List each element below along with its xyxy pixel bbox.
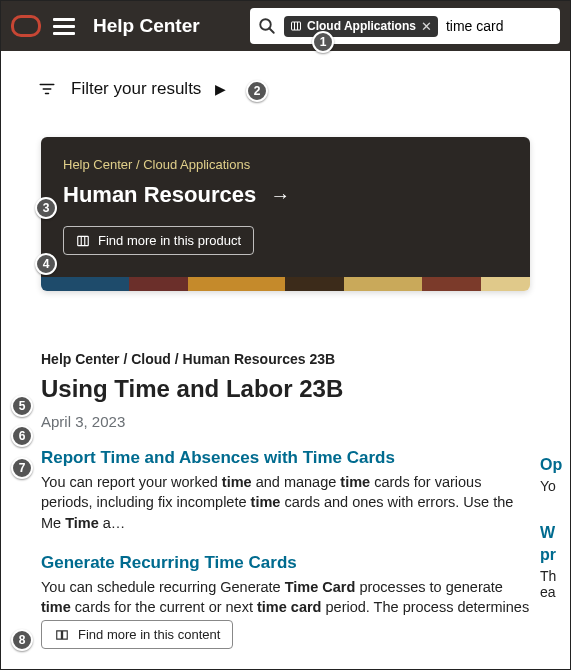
result-title[interactable]: Using Time and Labor 23B (41, 375, 530, 403)
side-hit-body: Yo (540, 478, 570, 494)
card-title: Human Resources (63, 182, 256, 208)
callout-badge: 2 (246, 80, 268, 102)
side-hit-title[interactable]: pr (540, 546, 570, 564)
find-more-content-label: Find more in this content (78, 627, 220, 642)
filter-label: Filter your results (71, 79, 201, 99)
callout-badge: 6 (11, 425, 33, 447)
filter-row[interactable]: Filter your results ▶ (1, 51, 570, 109)
arrow-right-icon: → (270, 184, 290, 207)
search-bar[interactable]: Cloud Applications ✕ (250, 8, 560, 44)
svg-line-1 (269, 28, 274, 33)
callout-badge: 7 (11, 457, 33, 479)
top-bar: Help Center Cloud Applications ✕ (1, 1, 570, 51)
chevron-right-icon: ▶ (215, 81, 226, 97)
side-hit-body: ea (540, 584, 570, 600)
callout-badge: 4 (35, 253, 57, 275)
menu-icon[interactable] (53, 18, 75, 35)
search-hit: Report Time and Absences with Time Cards… (41, 448, 530, 533)
side-hit-title[interactable]: W (540, 524, 570, 542)
hit-title-link[interactable]: Report Time and Absences with Time Cards (41, 448, 530, 468)
book-icon (54, 628, 70, 642)
card-breadcrumb: Help Center / Cloud Applications (63, 157, 508, 172)
callout-badge: 3 (35, 197, 57, 219)
card-title-row[interactable]: Human Resources → (63, 182, 508, 208)
search-icon[interactable] (258, 17, 276, 35)
result-breadcrumb: Help Center / Cloud / Human Resources 23… (41, 351, 530, 367)
hit-snippet: You can report your worked time and mana… (41, 472, 530, 533)
callout-badge: 5 (11, 395, 33, 417)
search-filter-chip[interactable]: Cloud Applications ✕ (284, 16, 438, 37)
svg-rect-8 (78, 236, 89, 245)
oracle-logo[interactable] (11, 15, 41, 37)
library-icon (76, 234, 90, 248)
side-hit-title[interactable]: Op (540, 456, 570, 474)
filter-icon (37, 80, 57, 98)
find-more-content-button[interactable]: Find more in this content (41, 620, 233, 649)
find-more-product-button[interactable]: Find more in this product (63, 226, 254, 255)
hit-title-link[interactable]: Generate Recurring Time Cards (41, 553, 530, 573)
close-icon[interactable]: ✕ (421, 19, 432, 34)
card-decorative-stripe (41, 277, 530, 291)
svg-rect-2 (292, 22, 301, 30)
results-section: Help Center / Cloud / Human Resources 23… (1, 291, 570, 638)
callout-badge: 8 (11, 629, 33, 651)
result-date: April 3, 2023 (41, 413, 530, 430)
callout-badge: 1 (312, 31, 334, 53)
help-center-title: Help Center (93, 15, 200, 37)
side-hit-body: Th (540, 568, 570, 584)
product-card: Help Center / Cloud Applications Human R… (41, 137, 530, 291)
search-input[interactable] (446, 18, 552, 34)
find-more-product-label: Find more in this product (98, 233, 241, 248)
side-column-partial: Op Yo W pr Th ea (540, 456, 570, 600)
